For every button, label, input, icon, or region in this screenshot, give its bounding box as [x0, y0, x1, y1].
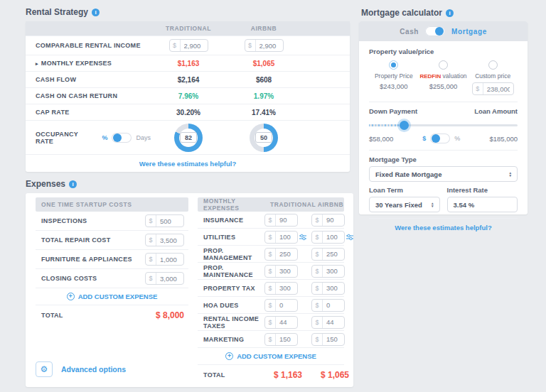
furniture-input[interactable]: $: [145, 253, 184, 266]
dollar-prefix: $: [312, 232, 323, 243]
redfin-valuation-option-label: valuation: [443, 72, 467, 80]
sliders-icon[interactable]: [299, 234, 306, 241]
hoa-dues-input-traditional[interactable]: $: [264, 299, 298, 312]
marketing-traditional-field[interactable]: [276, 335, 297, 343]
startup-total-label: TOTAL: [41, 312, 63, 319]
table-row: UTILITIES $ $: [198, 229, 344, 246]
expense-label-insurance: INSURANCE: [203, 217, 264, 224]
sliders-icon[interactable]: [346, 234, 353, 241]
rental-income-input-traditional[interactable]: $: [169, 39, 208, 52]
occupancy-input-airbnb[interactable]: [255, 132, 272, 143]
info-icon[interactable]: i: [92, 9, 100, 16]
info-icon[interactable]: i: [446, 9, 454, 17]
row-label-monthly-expenses[interactable]: ▸MONTHLY EXPENSES: [36, 60, 151, 67]
mortgage-type-select[interactable]: Fixed Rate Mortgage ▴▾: [369, 166, 518, 182]
slider-handle[interactable]: [400, 121, 409, 130]
prop-maintenance-traditional-field[interactable]: [276, 267, 297, 275]
utilities-input-traditional[interactable]: $: [264, 231, 298, 244]
row-label-cash-flow: CASH FLOW: [36, 76, 151, 83]
insurance-airbnb-field[interactable]: [323, 216, 344, 224]
utilities-traditional-field[interactable]: [276, 233, 297, 241]
occupancy-unit-days[interactable]: Days: [136, 134, 151, 141]
estimates-helpful-link[interactable]: Were these estimates helpful?: [395, 224, 492, 232]
mortgage-option[interactable]: Mortgage: [451, 28, 487, 36]
property-price-radio[interactable]: [389, 60, 398, 70]
advanced-options-button[interactable]: ⚙ Advanced options: [36, 361, 126, 377]
estimates-helpful-link[interactable]: Were these estimates helpful?: [139, 160, 237, 168]
cash-mortgage-toggle[interactable]: [425, 26, 445, 36]
prop-maintenance-input-airbnb[interactable]: $: [311, 265, 345, 278]
inspections-input[interactable]: $: [145, 214, 184, 227]
custom-price-input[interactable]: $: [472, 82, 514, 95]
dollar-prefix: $: [265, 214, 276, 226]
prop-maintenance-input-traditional[interactable]: $: [264, 265, 298, 278]
down-payment-value: $58,000: [369, 135, 393, 143]
redfin-valuation-radio[interactable]: [439, 60, 448, 70]
dollar-percent-toggle[interactable]: [430, 134, 450, 143]
payment-type-toggle-bar: Cash Mortgage: [359, 21, 528, 41]
rental-taxes-airbnb-field[interactable]: [323, 318, 344, 326]
rental-taxes-traditional-field[interactable]: [276, 318, 297, 326]
info-icon[interactable]: i: [69, 180, 77, 188]
marketing-input-traditional[interactable]: $: [264, 333, 298, 346]
down-payment-slider[interactable]: [369, 120, 518, 130]
add-custom-expense-monthly[interactable]: + ADD CUSTOM EXPENSE: [198, 348, 344, 365]
custom-price-radio[interactable]: [488, 60, 498, 70]
insurance-traditional-field[interactable]: [276, 216, 297, 224]
dollar-prefix: $: [146, 273, 156, 284]
insurance-input-airbnb[interactable]: $: [311, 214, 345, 227]
property-tax-airbnb-field[interactable]: [323, 284, 344, 292]
rental-income-traditional-field[interactable]: [181, 42, 208, 50]
utilities-input-airbnb[interactable]: $: [311, 231, 345, 244]
rental-income-input-airbnb[interactable]: $: [245, 39, 284, 52]
occupancy-input-traditional[interactable]: [180, 132, 197, 143]
mortgage-type-value: Fixed Rate Mortgage: [375, 170, 441, 178]
prop-management-traditional-field[interactable]: [276, 250, 297, 258]
property-tax-input-traditional[interactable]: $: [264, 282, 298, 295]
marketing-input-airbnb[interactable]: $: [311, 333, 345, 346]
hoa-dues-traditional-field[interactable]: [276, 301, 297, 309]
loan-amount-value: $185,000: [489, 135, 518, 143]
expand-arrow-icon: ▸: [36, 61, 38, 66]
property-tax-traditional-field[interactable]: [276, 284, 297, 292]
cash-option[interactable]: Cash: [400, 28, 419, 36]
interest-rate-input[interactable]: 3.54 %: [447, 197, 518, 212]
startup-total-row: TOTAL $ 8,000: [36, 305, 188, 325]
column-header-airbnb: AIRBNB: [226, 25, 301, 32]
prop-management-input-airbnb[interactable]: $: [311, 248, 345, 261]
table-row: CAP RATE 30.20% 17.41%: [26, 104, 350, 120]
insurance-input-traditional[interactable]: $: [264, 214, 298, 227]
custom-price-field[interactable]: [483, 85, 513, 93]
closing-costs-field[interactable]: [156, 275, 183, 283]
table-row[interactable]: ▸MONTHLY EXPENSES $1,163 $1,065: [26, 55, 350, 71]
repair-cost-field[interactable]: [156, 236, 183, 244]
dollar-unit-option[interactable]: $: [422, 135, 426, 142]
rental-income-airbnb-field[interactable]: [256, 42, 283, 50]
startup-costs-header: ONE TIME STARTUP COSTS: [36, 197, 188, 212]
add-custom-expense-startup[interactable]: + ADD CUSTOM EXPENSE: [36, 288, 188, 305]
dollar-prefix: $: [473, 83, 483, 94]
rental-taxes-input-airbnb[interactable]: $: [311, 316, 345, 329]
prop-maintenance-airbnb-field[interactable]: [323, 267, 344, 275]
monthly-total-airbnb: $ 1,065: [311, 370, 358, 380]
property-tax-input-airbnb[interactable]: $: [311, 282, 345, 295]
table-row: PROPERTY TAX $ $: [198, 280, 344, 297]
closing-costs-input[interactable]: $: [145, 272, 184, 285]
prop-management-input-traditional[interactable]: $: [264, 248, 298, 261]
inspections-field[interactable]: [156, 217, 183, 225]
table-row: COMPARABLE RENTAL INCOME $ $: [26, 36, 350, 55]
hoa-dues-input-airbnb[interactable]: $: [311, 299, 345, 312]
furniture-field[interactable]: [156, 256, 183, 263]
hoa-dues-airbnb-field[interactable]: [323, 301, 344, 309]
percent-unit-option[interactable]: %: [454, 135, 460, 142]
utilities-airbnb-field[interactable]: [323, 233, 344, 241]
marketing-airbnb-field[interactable]: [323, 335, 344, 343]
prop-management-airbnb-field[interactable]: [323, 250, 344, 258]
occupancy-unit-percent[interactable]: %: [102, 134, 107, 141]
interest-rate-value: 3.54 %: [454, 201, 475, 209]
repair-cost-input[interactable]: $: [145, 234, 184, 246]
donut-hole: [179, 129, 198, 147]
rental-taxes-input-traditional[interactable]: $: [264, 316, 298, 329]
occupancy-unit-toggle[interactable]: [112, 133, 132, 143]
loan-term-select[interactable]: 30 Years Fixed ▴▾: [369, 197, 440, 212]
